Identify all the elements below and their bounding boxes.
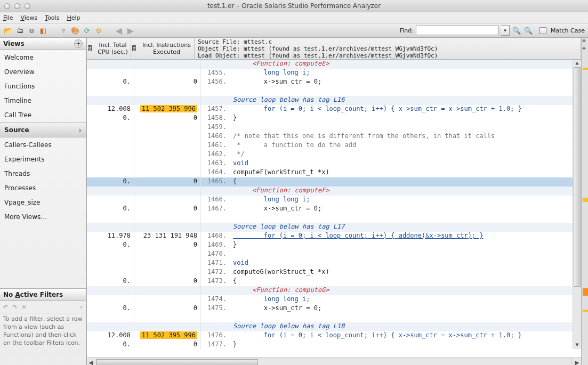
sidebar-item-welcome[interactable]: Welcome	[0, 50, 86, 64]
menu-help[interactable]: Help	[67, 14, 80, 21]
table-row[interactable]: 1471.void	[87, 259, 581, 268]
sidebar-item-call-tree[interactable]: Call Tree	[0, 108, 86, 122]
table-row[interactable]: 1474. long long i;	[87, 295, 581, 304]
table-row[interactable]: 0.01458.}	[87, 114, 581, 123]
col-header-cpu[interactable]: 🗄 Incl. Total CPU (sec.)	[87, 38, 131, 59]
horizontal-scrollbar[interactable]: ◀ ▶	[87, 358, 581, 365]
filter-remove-icon[interactable]: ✕	[21, 304, 26, 311]
table-row[interactable]: 1472.computeG(workStruct_t *x)	[87, 268, 581, 277]
table-row[interactable]: 1461. * a function to do the add	[87, 141, 581, 150]
table-row[interactable]: <Function: computeF>	[87, 186, 581, 196]
table-row[interactable]: 0.01467. x->sum_ctr = 0;	[87, 205, 581, 214]
close-window-button[interactable]	[4, 3, 10, 9]
main-toolbar: 📂 🗂 ⧈ ◧ ▿ 🎨 ⟳ ⚙ ◀ ▶ Find: ▾ 🔍 🔍 Match Ca…	[0, 23, 588, 38]
table-row[interactable]: 1462. */	[87, 150, 581, 159]
table-row[interactable]: 12.00811 502 395 9961457. for (i = 0; i …	[87, 105, 581, 114]
find-prev-icon[interactable]: 🔍	[512, 26, 521, 35]
window-titlebar: test.1.er – Oracle Solaris Studio Perfor…	[0, 0, 588, 12]
filters-panel: No Active Filters ↶ ↷ ✕ ▿ To add a filte…	[0, 288, 86, 365]
table-row[interactable]: 12.00811 502 395 9961476. for (i = 0; i …	[87, 331, 581, 340]
views-header: Views	[3, 40, 25, 47]
table-row[interactable]: 1466. long long i;	[87, 196, 581, 205]
sidebar-item-callers-callees[interactable]: Callers-Callees	[0, 137, 86, 152]
aggregate-icon[interactable]: ⧈	[27, 26, 36, 35]
table-row[interactable]: 0.01469.}	[87, 241, 581, 250]
chevron-right-icon: ›	[78, 126, 82, 134]
table-row[interactable]: <Function: computeG>	[87, 286, 581, 295]
table-row[interactable]: 11.97823 131 191 9481468. for (i = 0; i …	[87, 232, 581, 241]
source-view: 🗄 Incl. Total CPU (sec.) 🗄 Incl. Instruc…	[86, 38, 588, 365]
sidebar-item-overview[interactable]: Overview	[0, 64, 86, 79]
filters-hint: To add a filter, select a row from a vie…	[0, 313, 86, 349]
find-input[interactable]	[416, 26, 499, 35]
open-icon[interactable]: 📂	[3, 26, 13, 35]
table-row[interactable]: 1463.void	[87, 159, 581, 168]
compare-icon[interactable]: ◧	[38, 26, 48, 35]
find-dropdown-arrow[interactable]: ▾	[501, 25, 510, 36]
collate-icon[interactable]: 🗂	[15, 26, 25, 35]
filter-funnel-icon[interactable]: ▿	[79, 304, 83, 311]
table-row[interactable]: Source loop below has tag L17	[87, 223, 581, 232]
vertical-scrollbar[interactable]: ▲ ▼	[573, 60, 581, 349]
sidebar-item-functions[interactable]: Functions	[0, 79, 86, 93]
table-row[interactable]	[87, 87, 581, 96]
table-row[interactable]: 0.01477.}	[87, 340, 581, 350]
source-table-body[interactable]: <Function: computeE>1455. long long i;0.…	[87, 60, 581, 358]
ruler-down-icon[interactable]: ◈	[582, 45, 586, 51]
settings-gear-icon[interactable]: ⚙	[94, 26, 103, 35]
table-row[interactable]: 1460./* note that this one is different …	[87, 132, 581, 141]
filter-funnel-icon[interactable]: ▿	[59, 26, 68, 35]
menu-file[interactable]: File	[3, 14, 13, 21]
table-row[interactable]: <Function: computeE>	[87, 60, 581, 69]
table-row[interactable]	[87, 313, 581, 322]
source-meta: Source File: mttest.c Object File: mttes…	[195, 38, 581, 59]
match-case-label: Match Case	[551, 27, 585, 34]
sidebar-item-threads[interactable]: Threads	[0, 166, 86, 181]
sidebar-item-experiments[interactable]: Experiments	[0, 152, 86, 166]
window-title: test.1.er – Oracle Solaris Studio Perfor…	[0, 2, 588, 10]
table-row[interactable]: 1459.	[87, 123, 581, 132]
refresh-icon[interactable]: ⟳	[82, 26, 92, 35]
col-header-instructions[interactable]: 🗄 Incl. Instructions Executed	[131, 38, 195, 59]
table-row[interactable]: 0.01473.{	[87, 277, 581, 286]
sidebar-item-more-views-[interactable]: More Views…	[0, 209, 86, 224]
sidebar-item-vpage-size[interactable]: Vpage_size	[0, 195, 86, 209]
find-next-icon[interactable]: 🔍	[523, 26, 533, 35]
sidebar-item-source[interactable]: Source›	[0, 122, 86, 137]
add-view-button[interactable]: +	[74, 39, 83, 48]
sort-icon: 🗄	[131, 45, 137, 52]
sidebar-item-processes[interactable]: Processes	[0, 181, 86, 195]
views-sidebar: Views + WelcomeOverviewFunctionsTimeline…	[0, 38, 86, 365]
table-row[interactable]: 1455. long long i;	[87, 69, 581, 78]
nav-forward-icon[interactable]: ▶	[126, 26, 135, 35]
menu-views[interactable]: Views	[20, 14, 37, 21]
sort-icon: 🗄	[87, 45, 93, 52]
filter-undo-icon[interactable]: ↶	[3, 304, 8, 311]
table-row[interactable]: 0.01465.{	[87, 177, 581, 186]
minimize-window-button[interactable]	[14, 3, 20, 9]
overview-ruler[interactable]: ◈ ◈	[581, 38, 588, 365]
find-label: Find:	[400, 27, 414, 34]
sidebar-item-timeline[interactable]: Timeline	[0, 93, 86, 108]
table-row[interactable]: 0.01475. x->sum_ctr = 0;	[87, 304, 581, 313]
table-row[interactable]: 0.01456. x->sum_ctr = 0;	[87, 78, 581, 87]
table-row[interactable]: Source loop below has tag L16	[87, 96, 581, 105]
table-row[interactable]: 1464.computeF(workStruct_t *x)	[87, 168, 581, 177]
ruler-up-icon[interactable]: ◈	[582, 38, 586, 43]
zoom-window-button[interactable]	[25, 3, 30, 9]
filter-redo-icon[interactable]: ↷	[12, 304, 17, 311]
match-case-checkbox[interactable]	[539, 27, 546, 34]
nav-back-icon[interactable]: ◀	[114, 26, 124, 35]
menu-tools[interactable]: Tools	[45, 14, 59, 21]
palette-icon[interactable]: 🎨	[70, 26, 80, 35]
table-row[interactable]: Source loop below has tag L18	[87, 322, 581, 331]
table-row[interactable]: 1470.	[87, 250, 581, 259]
table-row[interactable]	[87, 214, 581, 223]
menu-bar: File Views Tools Help	[0, 12, 588, 23]
